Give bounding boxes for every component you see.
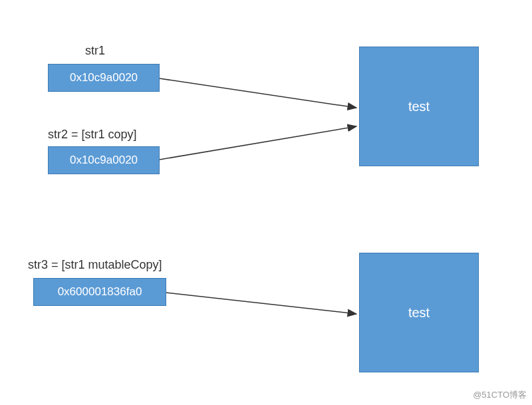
arrow-str2-to-test <box>160 126 356 160</box>
arrow-str1-to-test <box>160 78 356 108</box>
target-box-2: test <box>359 253 479 372</box>
arrow-str3-to-test2 <box>166 293 356 314</box>
label-str1: str1 <box>85 44 105 58</box>
addr-box-str3: 0x600001836fa0 <box>33 278 166 306</box>
label-str2: str2 = [str1 copy] <box>48 128 137 142</box>
watermark: @51CTO博客 <box>473 389 527 401</box>
addr-box-str1: 0x10c9a0020 <box>48 64 160 92</box>
label-str3: str3 = [str1 mutableCopy] <box>28 258 162 272</box>
target-box-1: test <box>359 47 479 166</box>
addr-box-str2: 0x10c9a0020 <box>48 146 160 174</box>
